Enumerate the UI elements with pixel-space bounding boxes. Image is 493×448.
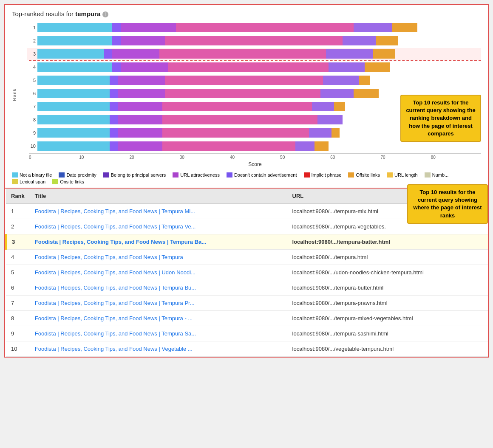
chart-tooltip: Top 10 results for the current query sho… (400, 95, 481, 142)
bar-segment-4 (295, 141, 315, 151)
table-row[interactable]: 6Foodista | Recipes, Cooking Tips, and F… (6, 280, 488, 296)
table-tooltip: Top 10 results for the current query sho… (407, 184, 488, 224)
chart-wrapper: Rank 12345678910 01020304050607080 Score… (12, 22, 481, 167)
bar-row-2: 2 (27, 35, 481, 47)
col-rank: Rank (6, 189, 30, 204)
info-icon[interactable]: i (102, 11, 108, 17)
chart-title: Top-ranked results for tempura i (12, 10, 481, 17)
table-body: 1Foodista | Recipes, Cooking Tips, and F… (6, 204, 488, 357)
bar-segment-1 (104, 49, 113, 59)
table-cell-title[interactable]: Foodista | Recipes, Cooking Tips, and Fo… (30, 265, 287, 280)
table-cell-rank: 10 (6, 341, 30, 357)
bar-segment-1 (110, 76, 118, 85)
x-tick: 80 (431, 155, 481, 160)
legend-label: Date proximity (66, 172, 96, 178)
bar-segment-0 (37, 89, 110, 98)
bar-segment-4 (317, 115, 343, 124)
x-axis: 01020304050607080 (29, 153, 481, 160)
legend-color-box (227, 172, 232, 178)
legend-item: Belong to principal servers (103, 172, 166, 178)
table-cell-title[interactable]: Foodista | Recipes, Cooking Tips, and Fo… (30, 250, 287, 265)
bar-segment-1 (110, 89, 118, 98)
legend-color-box (348, 172, 354, 178)
legend-color-box (103, 172, 109, 178)
table-tooltip-text: Top 10 results for the current query sho… (413, 189, 482, 219)
table-cell-title[interactable]: Foodista | Recipes, Cooking Tips, and Fo… (30, 311, 287, 326)
bar-segment-5 (314, 141, 329, 151)
legend-color-box (12, 172, 18, 178)
table-row[interactable]: 9Foodista | Recipes, Cooking Tips, and F… (6, 326, 488, 341)
bar-segment-5 (392, 23, 417, 32)
bar-segment-2 (112, 49, 159, 59)
table-row[interactable]: 3Foodista | Recipes, Cooking Tips, and F… (6, 234, 488, 250)
bar-segment-4 (343, 36, 376, 45)
bar-track (37, 141, 481, 151)
table-row[interactable]: 5Foodista | Recipes, Cooking Tips, and F… (6, 265, 488, 280)
legend-color-box (59, 172, 65, 178)
bar-segment-4 (326, 49, 373, 59)
table-cell-rank: 4 (6, 250, 30, 265)
legend-item: Numb... (425, 172, 449, 178)
bar-track (37, 62, 481, 72)
bar-segment-1 (112, 62, 121, 72)
table-cell-title[interactable]: Foodista | Recipes, Cooking Tips, and Fo… (30, 326, 287, 341)
table-cell-title[interactable]: Foodista | Recipes, Cooking Tips, and Fo… (30, 341, 287, 357)
chart-legend: Not a binary fileDate proximityBelong to… (12, 172, 481, 184)
bar-segment-0 (37, 23, 112, 32)
table-section: Rank Title URL 1Foodista | Recipes, Cook… (5, 189, 488, 357)
bar-segment-2 (121, 36, 165, 45)
bar-row-3: 3 (27, 48, 481, 60)
legend-item: Not a binary file (12, 172, 52, 178)
bar-segment-3 (168, 62, 329, 72)
table-row[interactable]: 8Foodista | Recipes, Cooking Tips, and F… (6, 311, 488, 326)
table-row[interactable]: 4Foodista | Recipes, Cooking Tips, and F… (6, 250, 488, 265)
table-row[interactable]: 10Foodista | Recipes, Cooking Tips, and … (6, 341, 488, 357)
bar-segment-2 (118, 115, 162, 124)
legend-item: URL attractiveness (173, 172, 220, 178)
bar-rank-label: 7 (27, 104, 36, 109)
bar-segment-1 (110, 141, 118, 151)
table-cell-rank: 1 (6, 204, 30, 219)
bar-track (37, 23, 481, 32)
bar-segment-3 (165, 89, 320, 98)
bar-segment-0 (37, 62, 112, 72)
table-cell-url: localhost:9080/.../vegetable-tempura.htm… (287, 341, 488, 357)
x-tick: 0 (29, 155, 79, 160)
bar-rank-label: 2 (27, 38, 36, 43)
legend-color-box (387, 172, 393, 178)
bar-rank-label: 6 (27, 91, 36, 96)
x-tick: 20 (129, 155, 179, 160)
legend-item: Offsite links (348, 172, 380, 178)
x-axis-label: Score (29, 161, 481, 167)
x-tick: 40 (230, 155, 280, 160)
bar-segment-0 (37, 76, 110, 85)
bar-segment-0 (37, 102, 110, 111)
table-cell-rank: 8 (6, 311, 30, 326)
table-cell-url: localhost:9080/.../tempura-butter.html (287, 280, 488, 296)
table-cell-rank: 7 (6, 296, 30, 311)
bar-rank-label: 8 (27, 117, 36, 122)
table-cell-rank: 5 (6, 265, 30, 280)
table-row[interactable]: 7Foodista | Recipes, Cooking Tips, and F… (6, 296, 488, 311)
bar-segment-3 (159, 49, 326, 59)
bar-segment-0 (37, 141, 110, 151)
table-cell-title[interactable]: Foodista | Recipes, Cooking Tips, and Fo… (30, 280, 287, 296)
bar-segment-0 (37, 36, 112, 45)
table-cell-title[interactable]: Foodista | Recipes, Cooking Tips, and Fo… (30, 219, 287, 234)
table-cell-title[interactable]: Foodista | Recipes, Cooking Tips, and Fo… (30, 234, 287, 250)
table-cell-title[interactable]: Foodista | Recipes, Cooking Tips, and Fo… (30, 296, 287, 311)
table-cell-rank: 3 (6, 234, 30, 250)
bar-rank-label: 5 (27, 78, 36, 83)
bar-track (37, 76, 481, 85)
bar-segment-2 (118, 89, 165, 98)
bar-row-5: 5 (27, 74, 481, 86)
legend-label: Not a binary file (20, 172, 52, 178)
legend-label: URL attractiveness (180, 172, 220, 178)
x-tick: 60 (330, 155, 380, 160)
bar-segment-2 (118, 141, 162, 151)
table-cell-url: localhost:9080/.../tempura-prawns.html (287, 296, 488, 311)
bar-row-10: 10 (27, 140, 481, 152)
table-cell-title[interactable]: Foodista | Recipes, Cooking Tips, and Fo… (30, 204, 287, 219)
bar-segment-5 (359, 76, 370, 85)
bar-segment-2 (121, 23, 176, 32)
